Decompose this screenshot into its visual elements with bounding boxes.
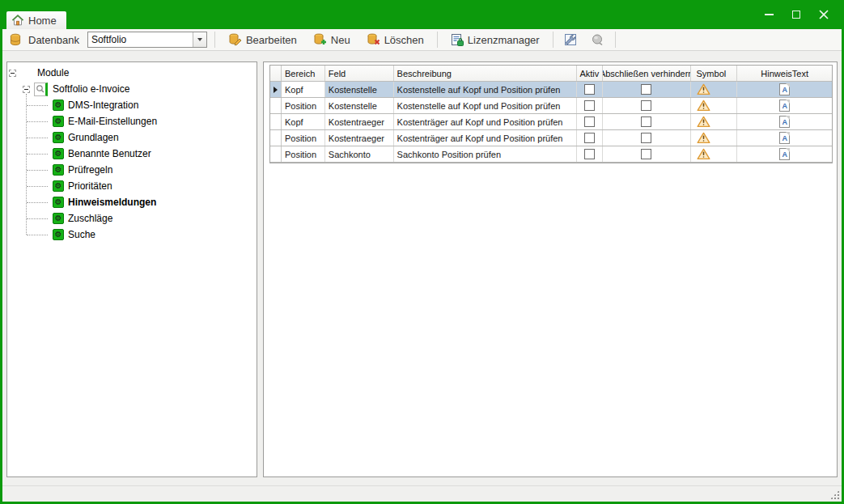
cell-symbol[interactable] — [691, 130, 738, 146]
text-document-icon[interactable] — [779, 148, 790, 160]
cell-hinweistext[interactable] — [737, 146, 832, 162]
tree-item[interactable]: Zuschläge — [7, 210, 257, 227]
cell-beschreibung[interactable]: Kostenträger auf Kopf und Position prüfe… — [394, 130, 577, 146]
text-document-icon[interactable] — [779, 83, 790, 95]
resize-grip[interactable] — [829, 489, 840, 500]
cell-bereich[interactable]: Position — [282, 146, 325, 162]
column-header-hinweistext[interactable]: HinweisText — [737, 66, 832, 81]
tree-item-label: Grundlagen — [68, 132, 119, 143]
column-header-bereich[interactable]: Bereich — [282, 66, 325, 81]
datenbank-combobox[interactable]: Softfolio — [87, 32, 207, 48]
wrench-options-icon — [564, 33, 578, 47]
collapse-icon[interactable] — [9, 70, 16, 77]
tree-item-label: Benannte Benutzer — [68, 148, 151, 159]
abschliessen-verhindern-checkbox[interactable] — [641, 84, 651, 95]
cell-abschliessen-verhindern[interactable] — [603, 130, 691, 146]
cell-feld[interactable]: Kostenstelle — [325, 82, 394, 97]
tree-node-module[interactable]: Module — [7, 65, 257, 81]
cell-aktiv[interactable] — [577, 146, 603, 162]
tree-item[interactable]: Grundlagen — [7, 129, 257, 146]
cell-hinweistext[interactable] — [737, 130, 832, 146]
abschliessen-verhindern-checkbox[interactable] — [641, 149, 651, 159]
abschliessen-verhindern-checkbox[interactable] — [641, 100, 651, 111]
cell-beschreibung[interactable]: Sachkonto Position prüfen — [394, 146, 577, 162]
grid-row[interactable]: Position Kostentraeger Kostenträger auf … — [270, 130, 832, 146]
text-document-icon[interactable] — [779, 116, 790, 128]
cell-aktiv[interactable] — [577, 130, 603, 146]
gear-module-icon — [53, 116, 64, 127]
grid-rows: Kopf Kostenstelle Kostenstelle auf Kopf … — [270, 82, 832, 163]
combobox-dropdown-button[interactable] — [193, 32, 206, 47]
tree-item[interactable]: E-Mail-Einstellungen — [7, 113, 257, 129]
cell-beschreibung[interactable]: Kostenstelle auf Kopf und Position prüfe… — [394, 98, 577, 113]
cell-bereich[interactable]: Kopf — [282, 114, 325, 129]
options-button[interactable] — [561, 31, 582, 49]
aktiv-checkbox[interactable] — [584, 133, 595, 143]
column-header-aktiv[interactable]: Aktiv — [577, 66, 603, 81]
aktiv-checkbox[interactable] — [584, 84, 595, 95]
cell-aktiv[interactable] — [577, 98, 603, 113]
cell-bereich[interactable]: Kopf — [282, 82, 325, 97]
database-delete-icon — [367, 33, 380, 46]
cell-hinweistext[interactable] — [737, 114, 832, 129]
cell-abschliessen-verhindern[interactable] — [603, 82, 691, 97]
column-header-feld[interactable]: Feld — [325, 66, 394, 81]
warning-icon — [697, 116, 710, 128]
grid-row[interactable]: Position Sachkonto Sachkonto Position pr… — [270, 146, 832, 163]
cell-beschreibung[interactable]: Kostenträger auf Kopf und Position prüfe… — [394, 114, 577, 129]
tree-item[interactable]: Benannte Benutzer — [7, 146, 257, 162]
main-area: Module Softfolio e-Invoice DMS-Integr — [2, 51, 842, 485]
window-controls — [755, 6, 838, 23]
column-header-beschreibung[interactable]: Beschreibung — [394, 66, 577, 81]
cell-abschliessen-verhindern[interactable] — [603, 98, 691, 113]
lizenzmanager-button[interactable]: Lizenzmanager — [445, 31, 545, 49]
cell-symbol[interactable] — [691, 98, 738, 113]
tree-node-group-label: Softfolio e-Invoice — [53, 83, 129, 95]
bearbeiten-button[interactable]: Bearbeiten — [223, 31, 303, 49]
loeschen-button[interactable]: Löschen — [361, 31, 430, 49]
cell-feld[interactable]: Kostenstelle — [325, 98, 394, 113]
collapse-icon[interactable] — [23, 86, 30, 93]
cell-aktiv[interactable] — [577, 114, 603, 129]
grid-row[interactable]: Position Kostenstelle Kostenstelle auf K… — [270, 98, 832, 114]
minimize-button[interactable] — [755, 6, 783, 23]
globe-icon — [591, 33, 604, 46]
cell-abschliessen-verhindern[interactable] — [603, 146, 691, 162]
cell-bereich[interactable]: Position — [282, 98, 325, 113]
tree-node-softfolio-e-invoice[interactable]: Softfolio e-Invoice — [7, 81, 257, 97]
cell-hinweistext[interactable] — [737, 82, 832, 97]
cell-bereich[interactable]: Position — [282, 130, 325, 146]
cell-feld[interactable]: Kostentraeger — [325, 114, 394, 129]
cell-hinweistext[interactable] — [737, 98, 832, 113]
bearbeiten-label: Bearbeiten — [246, 34, 297, 46]
globe-button[interactable] — [587, 31, 608, 49]
cell-symbol[interactable] — [691, 146, 738, 162]
neu-button[interactable]: Neu — [307, 31, 356, 49]
aktiv-checkbox[interactable] — [584, 116, 595, 127]
cell-feld[interactable]: Sachkonto — [325, 146, 394, 162]
text-document-icon[interactable] — [779, 132, 790, 144]
grid-row[interactable]: Kopf Kostenstelle Kostenstelle auf Kopf … — [270, 82, 832, 98]
column-header-abschliessen-verhindern[interactable]: Abschließen verhindern — [603, 66, 691, 81]
cell-abschliessen-verhindern[interactable] — [603, 114, 691, 129]
cell-symbol[interactable] — [691, 82, 738, 97]
grid-row[interactable]: Kopf Kostentraeger Kostenträger auf Kopf… — [270, 114, 832, 130]
tree-item[interactable]: Prüfregeln — [7, 162, 257, 178]
cell-feld[interactable]: Kostentraeger — [325, 130, 394, 146]
tree-item[interactable]: DMS-Integration — [7, 97, 257, 113]
close-button[interactable] — [810, 6, 838, 23]
text-document-icon[interactable] — [779, 100, 790, 112]
tab-home[interactable]: Home — [6, 11, 66, 29]
maximize-button[interactable] — [783, 6, 810, 23]
abschliessen-verhindern-checkbox[interactable] — [641, 133, 651, 143]
aktiv-checkbox[interactable] — [584, 149, 595, 159]
cell-beschreibung[interactable]: Kostenstelle auf Kopf und Position prüfe… — [394, 82, 577, 97]
tree-item[interactable]: Prioritäten — [7, 178, 257, 194]
tree-item[interactable]: Suche — [7, 227, 257, 243]
abschliessen-verhindern-checkbox[interactable] — [641, 116, 651, 127]
aktiv-checkbox[interactable] — [584, 100, 595, 111]
cell-symbol[interactable] — [691, 114, 738, 129]
column-header-symbol[interactable]: Symbol — [691, 66, 738, 81]
cell-aktiv[interactable] — [577, 82, 603, 97]
tree-item[interactable]: Hinweismeldungen — [7, 194, 257, 210]
